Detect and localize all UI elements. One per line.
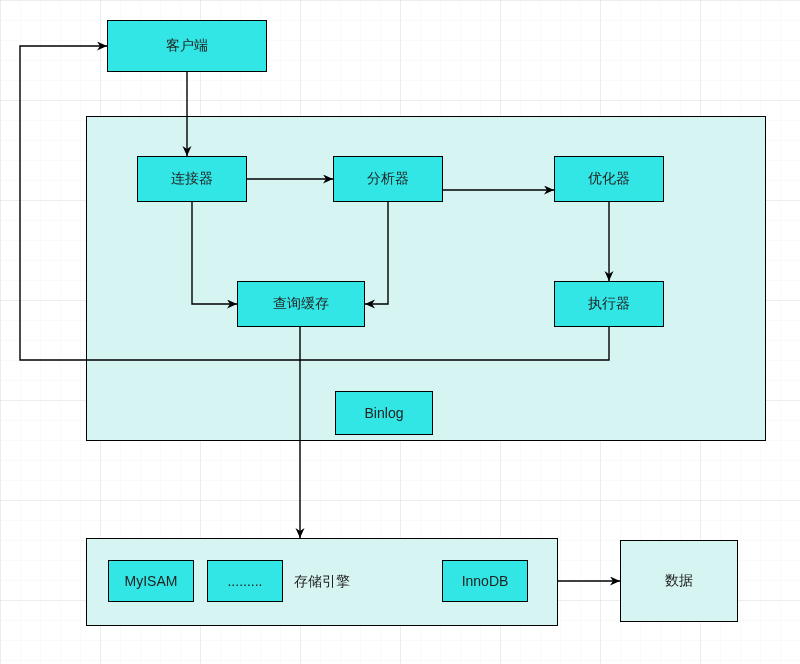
node-querycache-label: 查询缓存	[273, 295, 329, 313]
node-storage-dots: .........	[207, 560, 283, 602]
node-storage-innodb: InnoDB	[442, 560, 528, 602]
node-connector-label: 连接器	[171, 170, 213, 188]
node-optimizer: 优化器	[554, 156, 664, 202]
node-binlog: Binlog	[335, 391, 433, 435]
node-storage-myisam: MyISAM	[108, 560, 194, 602]
node-data-store-label: 数据	[665, 572, 693, 590]
node-querycache: 查询缓存	[237, 281, 365, 327]
diagram-canvas: 客户端 连接器 分析器 优化器 查询缓存 执行器 Binlog 存储引擎 MyI…	[0, 0, 800, 664]
node-storage-innodb-label: InnoDB	[462, 573, 509, 589]
node-binlog-label: Binlog	[365, 405, 404, 421]
node-parser: 分析器	[333, 156, 443, 202]
node-storage-myisam-label: MyISAM	[125, 573, 178, 589]
node-parser-label: 分析器	[367, 170, 409, 188]
node-executor: 执行器	[554, 281, 664, 327]
node-executor-label: 执行器	[588, 295, 630, 313]
node-data-store: 数据	[620, 540, 738, 622]
node-client: 客户端	[107, 20, 267, 72]
node-storage-dots-label: .........	[227, 573, 262, 589]
node-client-label: 客户端	[166, 37, 208, 55]
node-connector: 连接器	[137, 156, 247, 202]
storage-engines-label: 存储引擎	[294, 573, 350, 591]
node-optimizer-label: 优化器	[588, 170, 630, 188]
